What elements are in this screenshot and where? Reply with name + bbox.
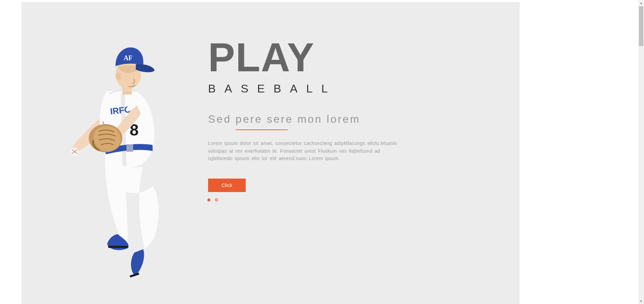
svg-rect-3 xyxy=(126,144,133,152)
svg-point-6 xyxy=(89,124,122,152)
viewport: IRFOR 8 xyxy=(0,0,644,304)
svg-point-8 xyxy=(116,60,141,89)
scroll-up-arrow-icon[interactable]: ▲ xyxy=(638,0,644,6)
hero-text-block: PLAY BASEBALL Sed pere sere mon lorem Lo… xyxy=(208,37,423,192)
hero-section: IRFOR 8 xyxy=(22,2,520,304)
hero-body-text: Lorem ipsum dolor sit amet, consectetur … xyxy=(208,140,406,162)
hero-cta-button[interactable]: Click xyxy=(208,179,246,192)
hero-tagline-underline xyxy=(236,129,288,130)
svg-rect-5 xyxy=(130,273,139,277)
hero-tagline-wrap: Sed pere sere mon lorem xyxy=(208,113,423,130)
slider-dot-2[interactable] xyxy=(215,198,218,201)
vertical-scrollbar[interactable]: ▲ ▼ xyxy=(638,0,644,304)
svg-point-9 xyxy=(116,72,121,80)
slider-dots xyxy=(207,198,218,201)
hero-subtitle: BASEBALL xyxy=(208,82,423,95)
slider-dot-1[interactable] xyxy=(207,198,210,201)
scroll-thumb[interactable] xyxy=(639,6,643,46)
svg-rect-7 xyxy=(122,84,132,94)
svg-text:8: 8 xyxy=(130,121,139,139)
scroll-down-arrow-icon[interactable]: ▼ xyxy=(638,298,644,304)
svg-rect-4 xyxy=(108,246,128,248)
hero-tagline: Sed pere sere mon lorem xyxy=(208,113,423,125)
svg-text:AF: AF xyxy=(124,54,133,62)
hero-title: PLAY xyxy=(208,37,423,77)
hero-player-image: IRFOR 8 xyxy=(69,34,190,286)
svg-text:IRFOR: IRFOR xyxy=(110,104,138,116)
svg-point-0 xyxy=(71,148,79,156)
